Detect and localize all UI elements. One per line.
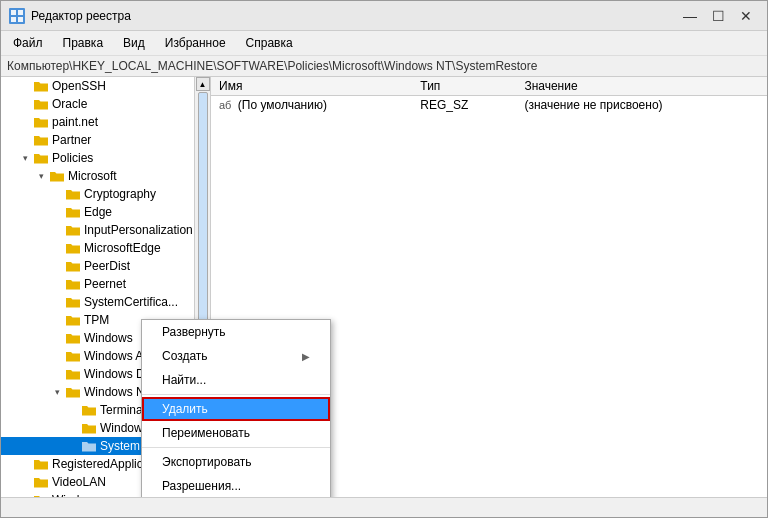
tree-item-microsoftedge[interactable]: MicrosoftEdge bbox=[1, 239, 194, 257]
tree-label-paintnet: paint.net bbox=[52, 115, 98, 129]
svg-rect-3 bbox=[18, 17, 23, 22]
tree-item-peerdist[interactable]: PeerDist bbox=[1, 257, 194, 275]
context-menu-label-rename: Переименовать bbox=[162, 426, 250, 440]
expand-icon: ▾ bbox=[17, 153, 33, 163]
registry-table: Имя Тип Значение аб (По умолчанию) REG_S… bbox=[211, 77, 767, 114]
column-header-value[interactable]: Значение bbox=[516, 77, 767, 96]
tree-label-tpm: TPM bbox=[84, 313, 109, 327]
menu-item-избранное[interactable]: Избранное bbox=[157, 33, 234, 53]
context-menu: Развернуть Создать ▶ Найти... Удалить Пе… bbox=[141, 319, 331, 497]
tree-label-windows2: Windows bbox=[52, 493, 101, 497]
cell-type: REG_SZ bbox=[412, 96, 516, 115]
scroll-up-button[interactable]: ▲ bbox=[196, 77, 210, 91]
table-row[interactable]: аб (По умолчанию) REG_SZ (значение не пр… bbox=[211, 96, 767, 115]
folder-icon bbox=[49, 169, 65, 183]
folder-icon-selected bbox=[81, 439, 97, 453]
folder-icon bbox=[65, 367, 81, 381]
folder-icon bbox=[81, 421, 97, 435]
menu-bar: ФайлПравкаВидИзбранноеСправка bbox=[1, 31, 767, 56]
tree-label-systemcertifica: SystemCertifica... bbox=[84, 295, 178, 309]
folder-icon bbox=[33, 475, 49, 489]
tree-label-microsoft: Microsoft bbox=[68, 169, 117, 183]
tree-item-peernet[interactable]: Peernet bbox=[1, 275, 194, 293]
tree-item-cryptography[interactable]: Cryptography bbox=[1, 185, 194, 203]
window-controls: — ☐ ✕ bbox=[677, 6, 759, 26]
address-bar: Компьютер\HKEY_LOCAL_MACHINE\SOFTWARE\Po… bbox=[1, 56, 767, 77]
context-menu-label-expand: Развернуть bbox=[162, 325, 226, 339]
separator-2 bbox=[142, 447, 330, 448]
folder-icon bbox=[33, 493, 49, 497]
status-bar bbox=[1, 497, 767, 517]
tree-item-systemcertifica[interactable]: SystemCertifica... bbox=[1, 293, 194, 311]
address-text: Компьютер\HKEY_LOCAL_MACHINE\SOFTWARE\Po… bbox=[7, 59, 537, 73]
tree-label-oracle: Oracle bbox=[52, 97, 87, 111]
context-menu-item-delete[interactable]: Удалить bbox=[142, 397, 330, 421]
context-menu-label-permissions: Разрешения... bbox=[162, 479, 241, 493]
folder-icon bbox=[33, 115, 49, 129]
expand-icon: ▾ bbox=[49, 387, 65, 397]
tree-label-cryptography: Cryptography bbox=[84, 187, 156, 201]
folder-icon bbox=[33, 457, 49, 471]
tree-item-edge[interactable]: Edge bbox=[1, 203, 194, 221]
tree-label-microsoftedge: MicrosoftEdge bbox=[84, 241, 161, 255]
title-bar: Редактор реестра — ☐ ✕ bbox=[1, 1, 767, 31]
context-menu-label-find: Найти... bbox=[162, 373, 206, 387]
submenu-arrow-icon: ▶ bbox=[302, 351, 310, 362]
tree-item-paintnet[interactable]: paint.net bbox=[1, 113, 194, 131]
close-button[interactable]: ✕ bbox=[733, 6, 759, 26]
menu-item-справка[interactable]: Справка bbox=[238, 33, 301, 53]
column-header-type[interactable]: Тип bbox=[412, 77, 516, 96]
folder-icon bbox=[65, 259, 81, 273]
folder-icon bbox=[65, 223, 81, 237]
folder-icon bbox=[33, 151, 49, 165]
folder-icon bbox=[65, 187, 81, 201]
tree-item-inputpersonalization[interactable]: InputPersonalization bbox=[1, 221, 194, 239]
minimize-button[interactable]: — bbox=[677, 6, 703, 26]
folder-icon bbox=[33, 133, 49, 147]
tree-label-openssh: OpenSSH bbox=[52, 79, 106, 93]
menu-item-вид[interactable]: Вид bbox=[115, 33, 153, 53]
tree-item-oracle[interactable]: Oracle bbox=[1, 95, 194, 113]
tree-item-policies[interactable]: ▾ Policies bbox=[1, 149, 194, 167]
window-title: Редактор реестра bbox=[31, 9, 677, 23]
registry-editor-window: Редактор реестра — ☐ ✕ ФайлПравкаВидИзбр… bbox=[0, 0, 768, 518]
expand-icon: ▾ bbox=[33, 171, 49, 181]
context-menu-label-delete: Удалить bbox=[162, 402, 208, 416]
cell-name: аб (По умолчанию) bbox=[211, 96, 412, 115]
folder-icon bbox=[65, 331, 81, 345]
context-menu-item-rename[interactable]: Переименовать bbox=[142, 421, 330, 445]
tree-item-openssh[interactable]: OpenSSH bbox=[1, 77, 194, 95]
context-menu-item-export[interactable]: Экспортировать bbox=[142, 450, 330, 474]
maximize-button[interactable]: ☐ bbox=[705, 6, 731, 26]
svg-rect-1 bbox=[18, 10, 23, 15]
context-menu-item-find[interactable]: Найти... bbox=[142, 368, 330, 392]
main-area: ▲ ▼ OpenSSH bbox=[1, 77, 767, 497]
separator-1 bbox=[142, 394, 330, 395]
tree-item-microsoft[interactable]: ▾ Microsoft bbox=[1, 167, 194, 185]
tree-label-partner: Partner bbox=[52, 133, 91, 147]
tree-label-windows: Windows bbox=[84, 331, 133, 345]
folder-icon bbox=[81, 403, 97, 417]
tree-item-partner[interactable]: Partner bbox=[1, 131, 194, 149]
folder-icon bbox=[65, 295, 81, 309]
context-menu-item-permissions[interactable]: Разрешения... bbox=[142, 474, 330, 497]
menu-item-правка[interactable]: Правка bbox=[55, 33, 112, 53]
tree-label-edge: Edge bbox=[84, 205, 112, 219]
folder-icon bbox=[65, 205, 81, 219]
folder-icon bbox=[65, 241, 81, 255]
tree-label-inputpersonalization: InputPersonalization bbox=[84, 223, 193, 237]
column-header-name[interactable]: Имя bbox=[211, 77, 412, 96]
context-menu-label-export: Экспортировать bbox=[162, 455, 252, 469]
context-menu-item-create[interactable]: Создать ▶ bbox=[142, 344, 330, 368]
folder-icon bbox=[33, 79, 49, 93]
app-icon bbox=[9, 8, 25, 24]
context-menu-item-expand[interactable]: Развернуть bbox=[142, 320, 330, 344]
folder-icon bbox=[65, 349, 81, 363]
context-menu-label-create: Создать bbox=[162, 349, 208, 363]
folder-icon bbox=[65, 385, 81, 399]
tree-label-policies: Policies bbox=[52, 151, 93, 165]
svg-rect-2 bbox=[11, 17, 16, 22]
menu-item-файл[interactable]: Файл bbox=[5, 33, 51, 53]
tree-label-peernet: Peernet bbox=[84, 277, 126, 291]
folder-icon bbox=[33, 97, 49, 111]
